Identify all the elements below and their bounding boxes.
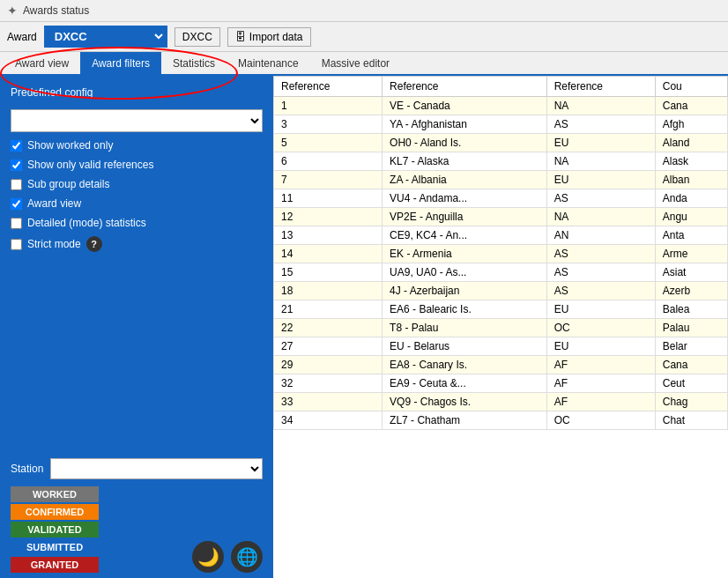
import-icon: 🗄: [235, 31, 246, 43]
table-row: 1VE - CanadaNACana: [274, 97, 728, 115]
predefined-label: Predefined config: [11, 86, 263, 99]
strict-mode-checkbox[interactable]: [11, 239, 22, 250]
legend-worked: WORKED: [11, 486, 99, 502]
col-ref2: Reference: [383, 77, 547, 97]
show-worked-label: Show worked only: [27, 139, 113, 152]
sub-group-label: Sub group details: [27, 178, 109, 190]
tab-massive-editor[interactable]: Massive editor: [310, 52, 401, 74]
legend-confirmed: CONFIRMED: [11, 504, 99, 520]
table-row: 12VP2E - AnguillaNAAngu: [274, 208, 728, 226]
help-icon[interactable]: ?: [86, 236, 102, 252]
award-view-label: Award view: [27, 197, 81, 210]
award-select[interactable]: DXCC: [44, 26, 167, 48]
reference-table: Reference Reference Reference Cou 1VE - …: [273, 76, 728, 430]
detailed-stats-checkbox[interactable]: [11, 218, 22, 229]
show-valid-checkbox[interactable]: [11, 159, 22, 171]
table-row: 21EA6 - Balearic Is.EUBalea: [274, 300, 728, 319]
award-view-checkbox[interactable]: [11, 198, 22, 210]
table-row: 15UA9, UA0 - As...ASAsiat: [274, 263, 728, 282]
legend: WORKED CONFIRMED VALIDATED SUBMITTED GRA…: [11, 486, 99, 573]
table-row: 184J - AzerbaijanASAzerb: [274, 282, 728, 300]
strict-mode-label: Strict mode: [27, 238, 81, 250]
station-label: Station: [11, 463, 43, 475]
dxcc-button[interactable]: DXCC: [175, 27, 220, 47]
col-ref3: Reference: [546, 77, 655, 97]
toolbar: Award DXCC DXCC 🗄 Import data: [0, 22, 728, 52]
legend-submitted: SUBMITTED: [11, 539, 99, 555]
award-icon: ✦: [7, 4, 18, 18]
detailed-stats-label: Detailed (mode) statistics: [27, 217, 146, 229]
right-panel: Reference Reference Reference Cou 1VE - …: [273, 76, 728, 578]
checkbox-award-view: Award view: [11, 197, 263, 210]
import-button[interactable]: 🗄 Import data: [227, 27, 311, 47]
table-row: 3YA - AfghanistanASAfgh: [274, 115, 728, 134]
checkbox-strict: Strict mode ?: [11, 236, 263, 252]
left-panel: Predefined config Show worked only Show …: [0, 76, 273, 578]
table-row: 7ZA - AlbaniaEUAlban: [274, 171, 728, 189]
table-row: 34ZL7 - ChathamOCChat: [274, 411, 728, 430]
legend-granted: GRANTED: [11, 557, 99, 573]
globe-icon[interactable]: 🌐: [231, 541, 263, 573]
station-row: Station: [11, 458, 263, 479]
tab-statistics[interactable]: Statistics: [161, 52, 227, 74]
tab-award-filters[interactable]: Award filters: [80, 52, 161, 74]
award-label: Award: [7, 31, 37, 43]
checkbox-sub-group: Sub group details: [11, 178, 263, 190]
bottom-icons: 🌙 🌐: [192, 541, 263, 573]
tab-maintenance[interactable]: Maintenance: [227, 52, 310, 74]
window-title: Awards status: [23, 4, 89, 17]
station-select[interactable]: [50, 458, 263, 479]
title-bar: ✦ Awards status: [0, 0, 728, 22]
moon-icon[interactable]: 🌙: [192, 541, 224, 573]
table-row: 13CE9, KC4 - An...ANAnta: [274, 226, 728, 245]
main-content: Predefined config Show worked only Show …: [0, 76, 728, 578]
checkbox-show-worked: Show worked only: [11, 139, 263, 152]
show-valid-label: Show only valid references: [27, 159, 153, 171]
table-row: 27EU - BelarusEUBelar: [274, 337, 728, 356]
tabs-bar: Award view Award filters Statistics Main…: [0, 52, 728, 76]
table-row: 5OH0 - Aland Is.EUAland: [274, 134, 728, 152]
table-row: 14EK - ArmeniaASArme: [274, 245, 728, 263]
checkbox-detailed: Detailed (mode) statistics: [11, 217, 263, 229]
col-ref1: Reference: [274, 77, 383, 97]
table-row: 6KL7 - AlaskaNAAlask: [274, 152, 728, 171]
table-row: 11VU4 - Andama...ASAnda: [274, 189, 728, 208]
col-country: Cou: [655, 77, 727, 97]
legend-validated: VALIDATED: [11, 522, 99, 537]
table-row: 32EA9 - Ceuta &...AFCeut: [274, 374, 728, 393]
bottom-row: WORKED CONFIRMED VALIDATED SUBMITTED GRA…: [11, 486, 263, 573]
table-row: 33VQ9 - Chagos Is.AFChag: [274, 393, 728, 411]
sub-group-checkbox[interactable]: [11, 179, 22, 190]
predefined-select[interactable]: [11, 109, 263, 132]
checkbox-show-valid: Show only valid references: [11, 159, 263, 171]
show-worked-checkbox[interactable]: [11, 140, 22, 152]
tab-award-view[interactable]: Award view: [4, 52, 80, 74]
table-row: 22T8 - PalauOCPalau: [274, 319, 728, 337]
table-row: 29EA8 - Canary Is.AFCana: [274, 356, 728, 374]
